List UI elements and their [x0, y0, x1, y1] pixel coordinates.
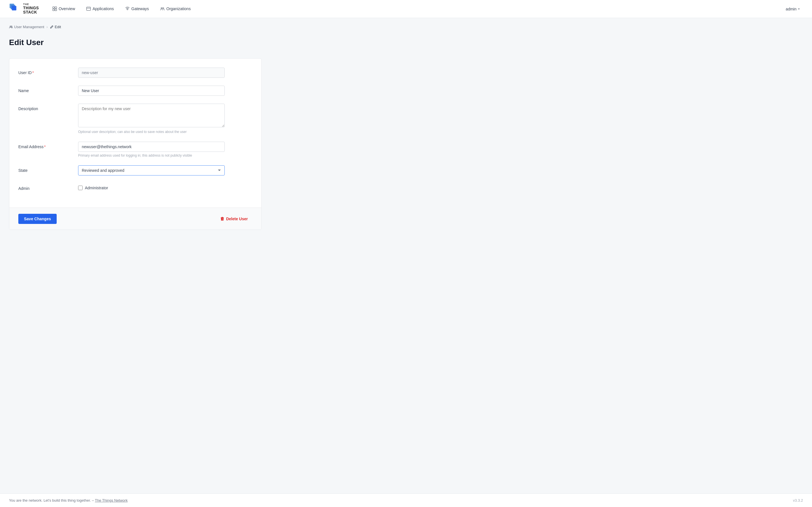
admin-control: Administrator [78, 183, 225, 190]
state-select[interactable]: Requested Reviewed and approved Rejected… [78, 165, 225, 175]
user-management-icon [9, 25, 13, 29]
footer-version: v3.3.2 [793, 498, 803, 503]
form-row-description: Description Optional user description; c… [18, 104, 252, 134]
breadcrumb-current: Edit [50, 25, 61, 29]
nav-gateways-label: Gateways [132, 6, 149, 11]
delete-user-button[interactable]: 🗑 Delete User [216, 214, 252, 224]
logo-text: THE THINGS STACK [23, 3, 39, 15]
logo[interactable]: THE THINGS STACK [9, 3, 39, 15]
applications-icon [86, 6, 91, 11]
user-id-required: * [32, 70, 34, 75]
description-hint: Optional user description; can also be u… [78, 130, 225, 134]
gateways-icon [125, 6, 130, 11]
form-row-name: Name [18, 86, 252, 96]
email-label: Email Address* [18, 142, 69, 149]
svg-point-10 [161, 8, 162, 9]
page-title: Edit User [9, 38, 262, 47]
svg-rect-7 [87, 7, 91, 10]
svg-rect-5 [53, 9, 54, 11]
name-control [78, 86, 225, 96]
nav-overview[interactable]: Overview [48, 4, 80, 13]
admin-name: admin [786, 7, 797, 11]
description-textarea[interactable] [78, 104, 225, 127]
admin-checkbox[interactable] [78, 186, 83, 190]
user-id-input[interactable] [78, 68, 225, 78]
nav-overview-label: Overview [59, 6, 75, 11]
form-row-email: Email Address* Primary email address use… [18, 142, 252, 158]
email-control: Primary email address used for logging i… [78, 142, 225, 158]
organizations-icon [160, 6, 165, 11]
user-id-label: User ID* [18, 68, 69, 75]
header-right: admin ▾ [782, 5, 803, 13]
email-required: * [44, 145, 45, 149]
edit-user-form: User ID* Name Description Optional user … [9, 58, 262, 230]
admin-checkbox-label: Administrator [85, 186, 108, 190]
svg-rect-4 [55, 7, 57, 8]
form-row-state: State Requested Reviewed and approved Re… [18, 165, 252, 175]
header-left: THE THINGS STACK Overview A [9, 3, 195, 15]
admin-chevron-icon: ▾ [798, 7, 800, 10]
nav-organizations-label: Organizations [166, 6, 191, 11]
main-nav: Overview Applications Gateways [48, 4, 195, 13]
name-input[interactable] [78, 86, 225, 96]
name-label: Name [18, 86, 69, 93]
email-input[interactable] [78, 142, 225, 152]
header: THE THINGS STACK Overview A [0, 0, 812, 18]
email-hint: Primary email address used for logging i… [78, 154, 225, 158]
nav-applications-label: Applications [93, 6, 114, 11]
edit-icon [50, 25, 54, 29]
footer-network-link[interactable]: The Things Network [95, 498, 128, 503]
breadcrumb-user-management[interactable]: User Management [9, 25, 44, 29]
nav-organizations[interactable]: Organizations [156, 4, 195, 13]
svg-point-9 [127, 9, 128, 10]
svg-rect-2 [12, 6, 16, 10]
user-id-control [78, 68, 225, 78]
overview-icon [52, 6, 57, 11]
trash-icon: 🗑 [220, 216, 224, 221]
admin-checkbox-row: Administrator [78, 183, 225, 190]
svg-rect-6 [55, 9, 57, 11]
nav-gateways[interactable]: Gateways [121, 4, 153, 13]
breadcrumb-separator: › [47, 25, 48, 29]
description-label: Description [18, 104, 69, 111]
save-changes-button[interactable]: Save Changes [18, 214, 57, 224]
logo-icon [9, 3, 20, 14]
form-row-user-id: User ID* [18, 68, 252, 78]
admin-label: Admin [18, 183, 69, 191]
state-control: Requested Reviewed and approved Rejected… [78, 165, 225, 175]
footer-tagline: You are the network. Let's build this th… [9, 498, 128, 503]
svg-point-13 [11, 26, 12, 27]
breadcrumb-user-management-label: User Management [14, 25, 44, 29]
logo-stack: STACK [23, 10, 39, 14]
state-label: State [18, 165, 69, 173]
admin-menu-button[interactable]: admin ▾ [782, 5, 803, 13]
nav-applications[interactable]: Applications [82, 4, 118, 13]
svg-point-11 [163, 8, 164, 9]
main-content: User Management › Edit Edit User User ID… [0, 18, 271, 494]
form-row-admin: Admin Administrator [18, 183, 252, 191]
logo-things: THINGS [23, 6, 39, 10]
form-footer: Save Changes 🗑 Delete User [9, 208, 261, 230]
description-control: Optional user description; can also be u… [78, 104, 225, 134]
form-body: User ID* Name Description Optional user … [9, 59, 261, 208]
page-footer: You are the network. Let's build this th… [0, 494, 812, 507]
breadcrumb-edit-label: Edit [55, 25, 61, 29]
svg-rect-3 [53, 7, 54, 8]
breadcrumb: User Management › Edit [9, 25, 262, 29]
